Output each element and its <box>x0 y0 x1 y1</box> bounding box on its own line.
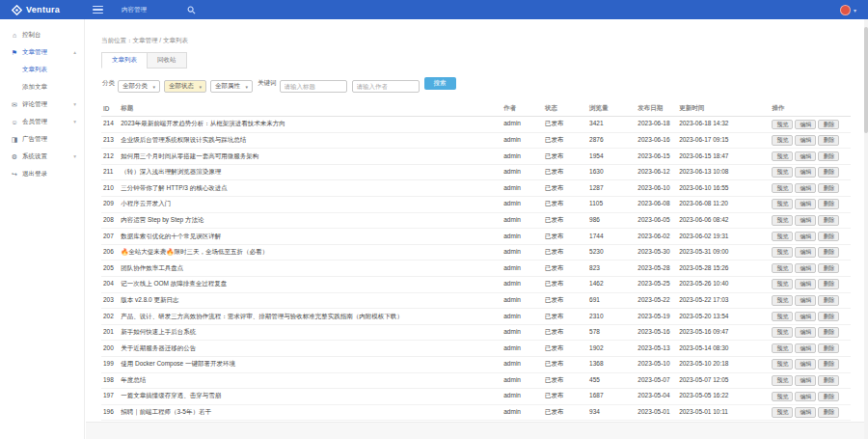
row-action-预览[interactable]: 预览 <box>772 343 793 354</box>
cell-date[interactable]: 2023-06-18 <box>636 117 677 133</box>
row-action-删除[interactable]: 删除 <box>818 199 839 209</box>
row-action-编辑[interactable]: 编辑 <box>795 120 816 130</box>
cell-date[interactable]: 2023-05-13 <box>636 341 677 357</box>
cell-title[interactable]: 内容运营 Step by Step 方法论 <box>119 212 502 229</box>
sidebar-item-article-add[interactable]: 添加文章 <box>0 78 84 96</box>
sidebar-item-logout[interactable]: ↪退出登录 <box>0 165 84 182</box>
row-action-编辑[interactable]: 编辑 <box>795 327 816 338</box>
cell-title[interactable]: 使用 Docker Compose 一键部署开发环境 <box>119 356 502 372</box>
topnav-item-content[interactable]: 内容管理 <box>122 6 147 14</box>
cell-date[interactable]: 2023-05-30 <box>636 244 677 261</box>
sidebar-item-members[interactable]: ☺会员管理▾ <box>0 113 84 130</box>
sidebar-item-comments[interactable]: ✉评论管理▾ <box>0 96 84 113</box>
row-action-预览[interactable]: 预览 <box>772 359 793 370</box>
row-action-预览[interactable]: 预览 <box>772 135 793 146</box>
row-action-删除[interactable]: 删除 <box>818 215 839 226</box>
row-action-编辑[interactable]: 编辑 <box>795 343 816 354</box>
row-action-删除[interactable]: 删除 <box>818 135 839 146</box>
row-action-编辑[interactable]: 编辑 <box>795 167 816 178</box>
search-button[interactable]: 搜索 <box>424 77 456 90</box>
row-action-编辑[interactable]: 编辑 <box>795 295 816 306</box>
cell-title[interactable]: 年度总结 <box>119 372 502 389</box>
row-action-预览[interactable]: 预览 <box>772 327 793 338</box>
row-action-预览[interactable]: 预览 <box>772 407 793 418</box>
row-action-编辑[interactable]: 编辑 <box>795 135 816 146</box>
row-action-删除[interactable]: 删除 <box>818 312 839 322</box>
row-action-删除[interactable]: 删除 <box>818 327 839 338</box>
row-action-编辑[interactable]: 编辑 <box>795 375 816 386</box>
row-action-预览[interactable]: 预览 <box>772 167 793 178</box>
row-action-预览[interactable]: 预览 <box>772 232 793 242</box>
cell-title[interactable]: 产品、设计、研发三方高效协作流程：需求评审、排期管理与验收标准完整实践指南（内附… <box>119 309 502 325</box>
row-action-编辑[interactable]: 编辑 <box>795 199 816 209</box>
cell-date[interactable]: 2023-06-10 <box>636 180 677 197</box>
cell-date[interactable]: 2023-06-02 <box>636 229 677 245</box>
cell-title[interactable]: 🔥全站大促来袭🔥限时三天，全场低至五折（必看） <box>119 244 502 261</box>
row-action-编辑[interactable]: 编辑 <box>795 359 816 370</box>
row-action-删除[interactable]: 删除 <box>818 167 839 178</box>
status-select[interactable]: 全部状态▾ <box>164 80 206 93</box>
chevron-down-icon[interactable]: ▾ <box>854 7 856 14</box>
row-action-删除[interactable]: 删除 <box>818 279 839 289</box>
row-action-删除[interactable]: 删除 <box>818 407 839 418</box>
sidebar-item-article-list[interactable]: 文章列表 <box>0 61 84 78</box>
cell-date[interactable]: 2023-05-28 <box>636 261 677 277</box>
row-action-编辑[interactable]: 编辑 <box>795 232 816 242</box>
sidebar-item-ads[interactable]: ◨广告管理 <box>0 130 84 148</box>
row-action-预览[interactable]: 预览 <box>772 295 793 306</box>
user-avatar[interactable] <box>840 5 851 15</box>
row-action-删除[interactable]: 删除 <box>818 151 839 162</box>
cell-date[interactable]: 2023-06-12 <box>636 164 677 180</box>
cell-title[interactable]: 记一次线上 OOM 故障排查全过程复盘 <box>119 276 502 292</box>
row-action-预览[interactable]: 预览 <box>772 199 793 209</box>
row-action-删除[interactable]: 删除 <box>818 232 839 242</box>
row-action-预览[interactable]: 预览 <box>772 151 793 162</box>
cell-date[interactable]: 2023-06-16 <box>636 132 677 149</box>
row-action-删除[interactable]: 删除 <box>818 263 839 274</box>
cell-date[interactable]: 2023-05-25 <box>636 276 677 292</box>
row-action-删除[interactable]: 删除 <box>818 375 839 386</box>
cell-title[interactable]: 版本 v2.8.0 更新日志 <box>119 292 502 309</box>
cell-title[interactable]: 企业级后台管理系统权限设计实践与踩坑总结 <box>119 132 502 149</box>
cell-date[interactable]: 2023-05-22 <box>636 292 677 309</box>
row-action-删除[interactable]: 删除 <box>818 392 839 402</box>
row-action-预览[interactable]: 预览 <box>772 247 793 258</box>
cell-date[interactable]: 2023-05-01 <box>636 404 677 421</box>
row-action-预览[interactable]: 预览 <box>772 215 793 226</box>
cell-date[interactable]: 2023-05-16 <box>636 324 677 341</box>
cell-date[interactable]: 2023-06-15 <box>636 149 677 165</box>
cell-title[interactable]: 招聘｜前端工程师（3-5年）若干 <box>119 404 502 421</box>
menu-icon[interactable] <box>93 4 108 15</box>
row-action-删除[interactable]: 删除 <box>818 359 839 370</box>
cell-title[interactable]: 三分钟带你了解 HTTP/3 的核心改进点 <box>119 180 502 197</box>
row-action-预览[interactable]: 预览 <box>772 120 793 130</box>
search-icon[interactable] <box>187 6 196 14</box>
row-action-删除[interactable]: 删除 <box>818 343 839 354</box>
cell-date[interactable]: 2023-05-19 <box>636 309 677 325</box>
sidebar-item-settings[interactable]: ⚙系统设置▾ <box>0 148 84 165</box>
row-action-编辑[interactable]: 编辑 <box>795 263 816 274</box>
cell-date[interactable]: 2023-05-07 <box>636 372 677 389</box>
cell-date[interactable]: 2023-06-05 <box>636 212 677 229</box>
row-action-删除[interactable]: 删除 <box>818 183 839 194</box>
cell-title[interactable]: 关于近期服务器迁移的公告 <box>119 341 502 357</box>
row-action-删除[interactable]: 删除 <box>818 120 839 130</box>
row-action-编辑[interactable]: 编辑 <box>795 279 816 289</box>
row-action-编辑[interactable]: 编辑 <box>795 407 816 418</box>
attribute-select[interactable]: 全部属性▾ <box>210 80 253 93</box>
cell-title[interactable]: 小程序云开发入门 <box>119 196 502 212</box>
row-action-预览[interactable]: 预览 <box>772 375 793 386</box>
row-action-编辑[interactable]: 编辑 <box>795 247 816 258</box>
category-select[interactable]: 全部分类▾ <box>118 80 160 93</box>
cell-date[interactable]: 2023-06-08 <box>636 196 677 212</box>
scrollbar-thumb[interactable] <box>864 27 868 133</box>
sidebar-item-articles[interactable]: ⚑文章管理▴ <box>0 43 84 61</box>
cell-date[interactable]: 2023-05-10 <box>636 356 677 372</box>
author-keyword-input[interactable] <box>352 80 420 93</box>
cell-title[interactable]: 数据库索引优化的十个常见误区详解 <box>119 229 502 245</box>
row-action-预览[interactable]: 预览 <box>772 279 793 289</box>
row-action-编辑[interactable]: 编辑 <box>795 183 816 194</box>
cell-title[interactable]: （转）深入浅出理解浏览器渲染原理 <box>119 164 502 180</box>
cell-title[interactable]: 如何用三个月时间从零搭建一套高可用微服务架构 <box>119 149 502 165</box>
row-action-预览[interactable]: 预览 <box>772 183 793 194</box>
